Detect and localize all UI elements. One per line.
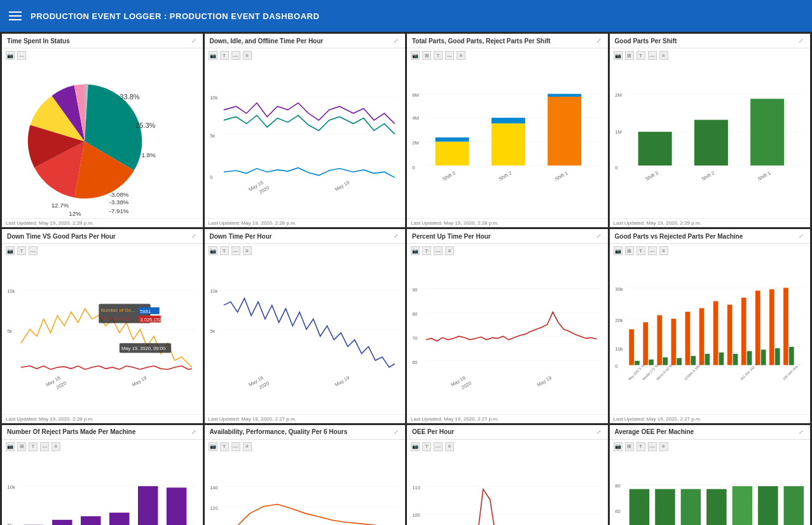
- minus-icon-aoee[interactable]: —: [648, 442, 657, 451]
- svg-rect-103: [733, 354, 738, 365]
- bars-icon-di[interactable]: ≡: [243, 51, 252, 60]
- svg-text:10k: 10k: [210, 289, 217, 295]
- camera-icon-ts[interactable]: 📷: [6, 51, 15, 60]
- expand2-icon-gps[interactable]: ⊞: [625, 51, 634, 60]
- toolbar-aoee: 📷 ⊞ T — ≡: [614, 442, 807, 451]
- panel-title-dt: Down Time Per Hour: [210, 233, 272, 240]
- t-icon-dt[interactable]: T: [220, 246, 229, 255]
- bars-icon-pu[interactable]: ≡: [445, 246, 454, 255]
- svg-text:60: 60: [412, 360, 417, 365]
- expand-icon-gps[interactable]: ⤢: [797, 37, 805, 45]
- minus-icon-di[interactable]: —: [231, 51, 240, 60]
- camera-icon-dt[interactable]: 📷: [209, 246, 217, 255]
- svg-text:0: 0: [210, 174, 212, 180]
- bars-icon-oee[interactable]: ≡: [445, 442, 454, 451]
- svg-rect-108: [769, 290, 774, 365]
- camera-icon-rp[interactable]: 📷: [6, 442, 15, 451]
- app-header: PRODUCTION EVENT LOGGER : PRODUCTION EVE…: [0, 0, 812, 32]
- minus-icon-ts[interactable]: —: [17, 51, 26, 60]
- svg-text:10k: 10k: [210, 95, 217, 101]
- expand-icon-dtvgp[interactable]: ⤢: [190, 232, 198, 240]
- minus-icon-avail[interactable]: —: [231, 442, 240, 451]
- expand-icon-aoee[interactable]: ⤢: [797, 428, 805, 436]
- hamburger-menu[interactable]: [9, 11, 22, 20]
- bars-icon-dt[interactable]: ≡: [243, 246, 252, 255]
- expand-icon-tp[interactable]: ⤢: [595, 37, 603, 45]
- camera-icon-pu[interactable]: 📷: [411, 246, 420, 255]
- bars-icon-avail[interactable]: ≡: [243, 442, 252, 451]
- bars-icon-tp[interactable]: ≡: [457, 51, 465, 60]
- t-icon-gps[interactable]: T: [637, 51, 645, 60]
- panel-body-oee: 📷 T — ≡ 110 100 80 May 18 2020 May 19: [407, 440, 608, 525]
- footer-dt: Last Updated: May 19, 2020, 2:27 p.m.: [205, 414, 406, 423]
- panel-controls-oee: ⤢: [595, 428, 603, 436]
- chart-time-spent: 33.8% 25.3% 12.7% 12% -7.91% -3.38% -3.0…: [6, 61, 199, 217]
- toolbar-dt: 📷 T — ≡: [209, 246, 402, 255]
- t-icon-tp[interactable]: T: [434, 51, 443, 60]
- minus-icon-dtvgp[interactable]: —: [29, 246, 38, 255]
- camera-icon-tp[interactable]: 📷: [411, 51, 420, 60]
- panel-body-dt: 📷 T — ≡ 10k 5k May 18 2020 May 19: [205, 244, 406, 414]
- line-chart-avail: 140 120 100 80 May 18 2020 May: [209, 452, 402, 525]
- bars-icon-gvr[interactable]: ≡: [659, 246, 668, 255]
- expand-icon-pu[interactable]: ⤢: [595, 232, 603, 240]
- panel-title-rp: Number Of Reject Parts Made Per Machine: [7, 428, 135, 435]
- line-chart-dtvgp: 10k 5k Number of Go... 5881 Time Spent I…: [6, 256, 199, 412]
- expand2-icon-aoee[interactable]: ⊞: [625, 442, 634, 451]
- bars-icon-rp[interactable]: ≡: [52, 442, 60, 451]
- minus-icon-gvr[interactable]: —: [648, 246, 657, 255]
- minus-icon-gps[interactable]: —: [648, 51, 657, 60]
- minus-icon-pu[interactable]: —: [434, 246, 443, 255]
- panel-title-down-idle: Down, Idle, and Offline Time Per Hour: [210, 38, 324, 45]
- camera-icon-aoee[interactable]: 📷: [614, 442, 623, 451]
- expand-icon-rp[interactable]: ⤢: [190, 428, 198, 436]
- camera-icon-dtvgp[interactable]: 📷: [6, 246, 15, 255]
- panel-body-time-spent: 📷 —: [2, 48, 203, 218]
- minus-icon-tp[interactable]: —: [445, 51, 454, 60]
- chart-gvr: 30k 20k 10k 0: [614, 256, 807, 412]
- minus-icon-rp[interactable]: —: [40, 442, 49, 451]
- toolbar-oee: 📷 T — ≡: [411, 442, 604, 451]
- panel-controls-dtvgp: ⤢: [190, 232, 198, 240]
- app-title: PRODUCTION EVENT LOGGER : PRODUCTION EVE…: [31, 11, 319, 21]
- expand2-icon-tp[interactable]: ⊞: [422, 51, 431, 60]
- t-icon-aoee[interactable]: T: [637, 442, 645, 451]
- t-icon-dtvgp[interactable]: T: [17, 246, 26, 255]
- panel-header-total-parts: Total Parts, Good Parts, Reject Parts Pe…: [407, 34, 608, 48]
- camera-icon-avail[interactable]: 📷: [209, 442, 217, 451]
- camera-icon-di[interactable]: 📷: [209, 51, 217, 60]
- minus-icon-dt[interactable]: —: [231, 246, 240, 255]
- expand2-icon-rp[interactable]: ⊞: [17, 442, 26, 451]
- svg-text:Shift 3: Shift 3: [644, 170, 659, 182]
- expand-icon-dt[interactable]: ⤢: [392, 232, 400, 240]
- t-icon-gvr[interactable]: T: [637, 246, 645, 255]
- camera-icon-gvr[interactable]: 📷: [614, 246, 623, 255]
- bars-icon-aoee[interactable]: ≡: [659, 442, 668, 451]
- toolbar-pu: 📷 T — ≡: [411, 246, 604, 255]
- t-icon-rp[interactable]: T: [29, 442, 38, 451]
- expand2-icon-gvr[interactable]: ⊞: [625, 246, 634, 255]
- expand-icon-time-spent[interactable]: ⤢: [190, 37, 198, 45]
- camera-icon-oee[interactable]: 📷: [411, 442, 420, 451]
- panel-body-total-parts: 📷 ⊞ T — ≡ 6M 4M 2M 0: [407, 48, 608, 218]
- camera-icon-gps[interactable]: 📷: [614, 51, 623, 60]
- panel-dt-vs-gp: Down Time VS Good Parts Per Hour ⤢ 📷 T —…: [2, 229, 203, 423]
- expand-icon-di[interactable]: ⤢: [392, 37, 400, 45]
- dashboard-grid: Time Spent In Status ⤢ 📷 —: [0, 32, 812, 525]
- svg-rect-29: [547, 97, 581, 165]
- expand-icon-gvr[interactable]: ⤢: [797, 232, 805, 240]
- panel-total-parts: Total Parts, Good Parts, Reject Parts Pe…: [407, 34, 608, 227]
- expand-icon-avail[interactable]: ⤢: [392, 428, 400, 436]
- svg-text:12%: 12%: [69, 210, 81, 217]
- svg-text:80: 80: [412, 311, 417, 317]
- bars-icon-gps[interactable]: ≡: [659, 51, 668, 60]
- t-icon-pu[interactable]: T: [422, 246, 431, 255]
- t-icon-di[interactable]: T: [220, 51, 229, 60]
- minus-icon-oee[interactable]: —: [434, 442, 443, 451]
- t-icon-avail[interactable]: T: [220, 442, 229, 451]
- panel-body-down-idle: 📷 T — ≡ 10k 5k 0: [205, 48, 406, 218]
- panel-header-down-idle: Down, Idle, and Offline Time Per Hour ⤢: [205, 34, 406, 48]
- expand-icon-oee[interactable]: ⤢: [595, 428, 603, 436]
- svg-rect-28: [492, 118, 525, 123]
- t-icon-oee[interactable]: T: [422, 442, 431, 451]
